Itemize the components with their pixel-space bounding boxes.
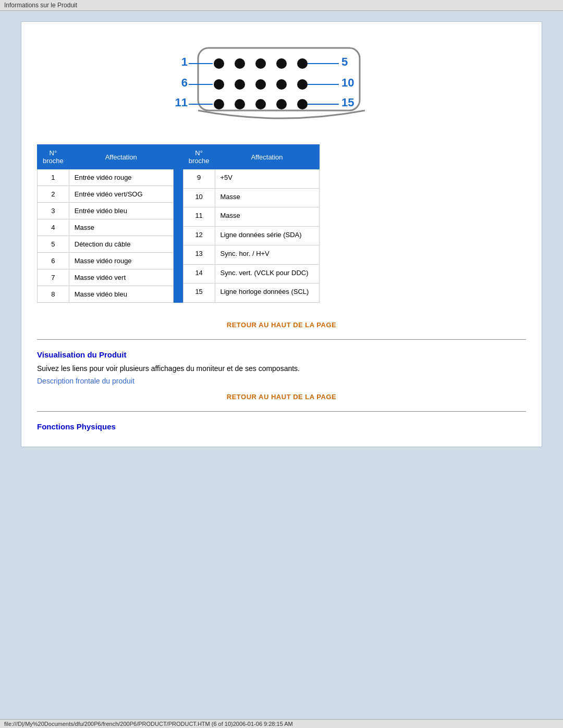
table-row: 10Masse — [183, 188, 319, 207]
svg-point-24 — [276, 99, 287, 109]
svg-point-4 — [235, 58, 245, 69]
svg-point-13 — [235, 79, 245, 90]
table-row: 8Masse vidéo bleu — [38, 286, 174, 303]
table-row: 1Entrée vidéo rouge — [38, 169, 174, 186]
svg-point-23 — [255, 99, 266, 109]
pin-assign: Sync. vert. (VCLK pour DDC) — [215, 264, 319, 283]
svg-text:1: 1 — [181, 55, 188, 68]
separator-2 — [37, 411, 526, 412]
table-divider — [174, 144, 183, 303]
pin-num: 12 — [183, 226, 215, 245]
svg-point-14 — [255, 79, 266, 90]
pin-assign: Ligne données série (SDA) — [215, 226, 319, 245]
right-th-affectation: Affectation — [215, 145, 319, 169]
pin-assign: Masse vidéo bleu — [69, 286, 173, 303]
fonctions-heading: Fonctions Physiques — [37, 422, 526, 431]
svg-point-5 — [255, 58, 266, 69]
table-row: 12Ligne données série (SDA) — [183, 226, 319, 245]
retour-link-2[interactable]: RETOUR AU HAUT DE LA PAGE — [37, 393, 526, 401]
table-row: 6Masse vidéo rouge — [38, 253, 174, 269]
description-frontale-link[interactable]: Description frontale du produit — [37, 377, 526, 385]
visualisation-section: Visualisation du Produit Suivez les lien… — [37, 350, 526, 385]
svg-text:5: 5 — [341, 55, 348, 68]
pin-num: 5 — [38, 236, 69, 253]
visualisation-heading: Visualisation du Produit — [37, 350, 526, 359]
svg-text:11: 11 — [175, 96, 188, 109]
table-row: 14Sync. vert. (VCLK pour DDC) — [183, 264, 319, 283]
connector-svg: 1 5 6 10 — [156, 43, 407, 124]
svg-text:15: 15 — [341, 96, 354, 109]
left-th-broche: N° broche — [38, 145, 69, 169]
pin-num: 2 — [38, 186, 69, 203]
pin-num: 8 — [38, 286, 69, 303]
svg-point-6 — [276, 58, 287, 69]
title-bar: Informations sur le Produit — [0, 0, 563, 11]
pin-assign: Détection du câble — [69, 236, 173, 253]
table-row: 13Sync. hor. / H+V — [183, 245, 319, 265]
table-row: 11Masse — [183, 207, 319, 227]
status-text: file:///D|/My%20Documents/dfu/200P6/fren… — [4, 721, 293, 727]
table-row: 9+5V — [183, 169, 319, 189]
pin-num: 4 — [38, 219, 69, 236]
connector-diagram: 1 5 6 10 — [37, 32, 526, 139]
pin-assign: Masse vidéo rouge — [69, 253, 173, 269]
status-bar: file:///D|/My%20Documents/dfu/200P6/fren… — [0, 719, 563, 728]
pin-num: 13 — [183, 245, 215, 265]
pin-num: 11 — [183, 207, 215, 227]
inner-content: 1 5 6 10 — [21, 21, 542, 447]
pin-assign: Masse — [215, 188, 319, 207]
pin-assign: Entrée vidéo vert/SOG — [69, 186, 173, 203]
main-content: 1 5 6 10 — [0, 11, 563, 720]
visualisation-text: Suivez les liens pour voir plusieurs aff… — [37, 364, 526, 373]
pin-num: 3 — [38, 203, 69, 219]
svg-point-22 — [235, 99, 245, 109]
table-section: N° broche Affectation 1Entrée vidéo roug… — [37, 139, 526, 313]
left-pin-table: N° broche Affectation 1Entrée vidéo roug… — [37, 144, 174, 303]
fonctions-section: Fonctions Physiques — [37, 422, 526, 431]
pin-num: 9 — [183, 169, 215, 189]
table-row: 7Masse vidéo vert — [38, 269, 174, 286]
table-row: 5Détection du câble — [38, 236, 174, 253]
pin-num: 15 — [183, 283, 215, 303]
left-th-affectation: Affectation — [69, 145, 173, 169]
table-row: 4Masse — [38, 219, 174, 236]
svg-point-21 — [214, 99, 224, 109]
svg-point-15 — [276, 79, 287, 90]
pin-num: 7 — [38, 269, 69, 286]
right-table-body: 9+5V10Masse11Masse12Ligne données série … — [183, 169, 319, 303]
svg-point-3 — [214, 58, 224, 69]
right-th-broche: N° broche — [183, 145, 215, 169]
pin-assign: Masse — [69, 219, 173, 236]
pin-assign: Entrée vidéo bleu — [69, 203, 173, 219]
pin-num: 6 — [38, 253, 69, 269]
separator-1 — [37, 339, 526, 340]
pin-num: 10 — [183, 188, 215, 207]
svg-point-7 — [297, 58, 308, 69]
pin-assign: Masse vidéo vert — [69, 269, 173, 286]
left-table-body: 1Entrée vidéo rouge2Entrée vidéo vert/SO… — [38, 169, 174, 303]
title-text: Informations sur le Produit — [4, 2, 77, 9]
pin-num: 14 — [183, 264, 215, 283]
tables-container: N° broche Affectation 1Entrée vidéo roug… — [37, 144, 526, 303]
pin-num: 1 — [38, 169, 69, 186]
retour-link-1[interactable]: RETOUR AU HAUT DE LA PAGE — [37, 321, 526, 329]
table-row: 2Entrée vidéo vert/SOG — [38, 186, 174, 203]
svg-point-25 — [297, 99, 308, 109]
pin-assign: Ligne horloge données (SCL) — [215, 283, 319, 303]
svg-point-16 — [297, 79, 308, 90]
pin-assign: Sync. hor. / H+V — [215, 245, 319, 265]
svg-text:6: 6 — [181, 76, 188, 89]
pin-assign: Masse — [215, 207, 319, 227]
pin-assign: +5V — [215, 169, 319, 189]
svg-text:10: 10 — [341, 76, 354, 89]
table-row: 3Entrée vidéo bleu — [38, 203, 174, 219]
pin-assign: Entrée vidéo rouge — [69, 169, 173, 186]
right-pin-table: N° broche Affectation 9+5V10Masse11Masse… — [183, 144, 320, 303]
svg-point-12 — [214, 79, 224, 90]
table-row: 15Ligne horloge données (SCL) — [183, 283, 319, 303]
